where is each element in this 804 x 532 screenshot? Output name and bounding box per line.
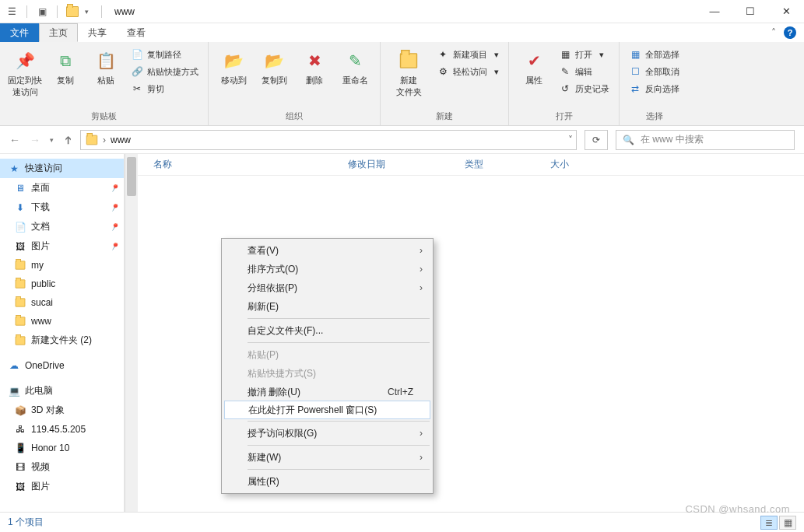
new-folder-button[interactable]: 新建 文件夹 (387, 45, 430, 101)
cut-button[interactable]: ✂剪切 (128, 81, 202, 96)
tab-view[interactable]: 查看 (117, 23, 156, 42)
tab-file[interactable]: 文件 (0, 23, 39, 42)
nav-public[interactable]: public (0, 275, 124, 293)
ctx-give-access[interactable]: 授予访问权限(G)› (224, 424, 430, 443)
nav-videos[interactable]: 🎞视频 (0, 457, 124, 477)
nav-honor10[interactable]: 📱Honor 10 (0, 439, 124, 457)
ctx-sort[interactable]: 排序方式(O)› (224, 260, 430, 278)
edit-button[interactable]: ✎编辑 (556, 64, 613, 79)
maximize-button[interactable]: ☐ (732, 0, 768, 23)
refresh-button[interactable]: ⟳ (585, 130, 608, 150)
properties-icon[interactable]: ▣ (35, 5, 49, 19)
col-size[interactable]: 大小 (550, 158, 613, 171)
move-to-button[interactable]: 📂移动到 (215, 45, 252, 89)
nav-3d-objects[interactable]: 📦3D 对象 (0, 401, 124, 420)
ctx-undo-delete[interactable]: 撤消 删除(U)Ctrl+Z (224, 383, 430, 401)
open-button[interactable]: ▦打开▾ (556, 47, 613, 62)
rename-button[interactable]: ✎重命名 (336, 45, 374, 89)
group-label-organize: 组织 (215, 109, 374, 125)
ctx-new[interactable]: 新建(W)› (224, 448, 430, 467)
tab-home[interactable]: 主页 (39, 23, 78, 42)
nav-desktop[interactable]: 🖥桌面📍 (0, 178, 124, 198)
system-menu-icon[interactable]: ☰ (5, 5, 19, 19)
paste-shortcut-button[interactable]: 🔗粘贴快捷方式 (128, 64, 202, 79)
folder-icon (14, 278, 26, 290)
delete-button[interactable]: ✖删除 (296, 45, 333, 89)
properties-button[interactable]: ✔属性 (515, 45, 553, 89)
new-item-button[interactable]: ✦新建项目▾ (434, 47, 502, 62)
moveto-icon: 📂 (221, 48, 246, 73)
navigation-pane[interactable]: ★快速访问 🖥桌面📍 ⬇下载📍 📄文档📍 🖼图片📍 my public suca… (0, 154, 125, 512)
view-details-button[interactable]: ≣ (760, 516, 778, 530)
select-none-button[interactable]: ☐全部取消 (626, 64, 683, 79)
col-modified[interactable]: 修改日期 (348, 158, 465, 171)
search-icon: 🔍 (623, 135, 634, 145)
address-dropdown-icon[interactable]: ˅ (568, 135, 573, 145)
nav-documents[interactable]: 📄文档📍 (0, 217, 124, 236)
pin-icon: 📍 (108, 182, 121, 194)
nav-pictures[interactable]: 🖼图片📍 (0, 236, 124, 256)
col-name[interactable]: 名称 (153, 158, 348, 171)
nav-pictures-pc[interactable]: 🖼图片 (0, 477, 124, 496)
paste-button[interactable]: 📋 粘贴 (87, 45, 125, 89)
folder-icon (86, 135, 97, 145)
copy-path-button[interactable]: 📄复制路径 (128, 47, 202, 62)
minimize-button[interactable]: — (697, 0, 732, 23)
nav-this-pc[interactable]: 💻此电脑 (0, 381, 124, 401)
star-icon: ★ (8, 163, 20, 175)
ctx-paste-shortcut: 粘贴快捷方式(S) (224, 364, 430, 383)
nav-up-button[interactable]: ➔ (61, 135, 74, 145)
context-menu: 查看(V)› 排序方式(O)› 分组依据(P)› 刷新(E) 自定义文件夹(F)… (221, 238, 434, 494)
invert-selection-button[interactable]: ⇄反向选择 (626, 81, 683, 96)
pin-quick-access-button[interactable]: 📌 固定到快 速访问 (6, 45, 44, 101)
ribbon-collapse-icon[interactable]: ˄ (771, 27, 776, 38)
help-icon[interactable]: ? (784, 26, 796, 39)
easy-access-button[interactable]: ⚙轻松访问▾ (434, 64, 502, 79)
ctx-refresh[interactable]: 刷新(E) (224, 297, 430, 316)
address-path[interactable]: www (111, 135, 131, 145)
ctx-view[interactable]: 查看(V)› (224, 241, 430, 260)
nav-quick-access[interactable]: ★快速访问 (0, 159, 124, 178)
ribbon-group-select: ▦全部选择 ☐全部取消 ⇄反向选择 选择 (620, 42, 689, 125)
easy-access-icon: ⚙ (437, 65, 449, 78)
select-all-icon: ▦ (629, 48, 641, 61)
nav-newfolder2[interactable]: 新建文件夹 (2) (0, 331, 124, 350)
qat-dropdown-icon[interactable]: ▾ (79, 5, 93, 19)
col-type[interactable]: 类型 (465, 158, 550, 171)
nav-back-button[interactable]: ← (9, 134, 20, 146)
ctx-customize[interactable]: 自定义文件夹(F)... (224, 321, 430, 340)
history-button[interactable]: ↺历史记录 (556, 81, 613, 96)
new-item-icon: ✦ (437, 48, 449, 61)
ctx-group[interactable]: 分组依据(P)› (224, 278, 430, 297)
chevron-right-icon[interactable]: › (103, 135, 106, 145)
address-bar[interactable]: › www ˅ (80, 130, 577, 150)
tab-share[interactable]: 共享 (78, 23, 117, 42)
nav-scrollbar[interactable] (125, 154, 138, 512)
document-icon: 📄 (14, 221, 26, 233)
copy-button[interactable]: ⧉ 复制 (47, 45, 84, 89)
invert-icon: ⇄ (629, 82, 641, 95)
chevron-right-icon: › (420, 264, 423, 275)
scroll-thumb[interactable] (127, 157, 136, 196)
copy-icon: ⧉ (53, 48, 78, 73)
nav-my[interactable]: my (0, 256, 124, 275)
search-box[interactable]: 🔍 在 www 中搜索 (616, 130, 795, 150)
ribbon-group-open: ✔属性 ▦打开▾ ✎编辑 ↺历史记录 打开 (509, 42, 620, 125)
view-icons-button[interactable]: ▦ (779, 516, 796, 530)
copy-to-button[interactable]: 📂复制到 (255, 45, 293, 89)
select-all-button[interactable]: ▦全部选择 (626, 47, 683, 62)
nav-ip[interactable]: 🖧119.45.5.205 (0, 420, 124, 439)
close-button[interactable]: ✕ (768, 0, 804, 23)
ctx-open-powershell[interactable]: 在此处打开 Powershell 窗口(S) (224, 401, 430, 419)
nav-onedrive[interactable]: ☁OneDrive (0, 356, 124, 375)
picture-icon: 🖼 (14, 481, 26, 493)
nav-sucai[interactable]: sucai (0, 293, 124, 312)
nav-downloads[interactable]: ⬇下载📍 (0, 198, 124, 217)
folder-icon (14, 259, 26, 271)
download-icon: ⬇ (14, 201, 26, 214)
nav-recent-button[interactable]: ▾ (50, 136, 54, 144)
nav-forward-button[interactable]: → (30, 134, 40, 146)
title-bar: ☰ ▣ ▾ www — ☐ ✕ (0, 0, 804, 23)
nav-www[interactable]: www (0, 312, 124, 331)
ctx-properties[interactable]: 属性(R) (224, 472, 430, 491)
